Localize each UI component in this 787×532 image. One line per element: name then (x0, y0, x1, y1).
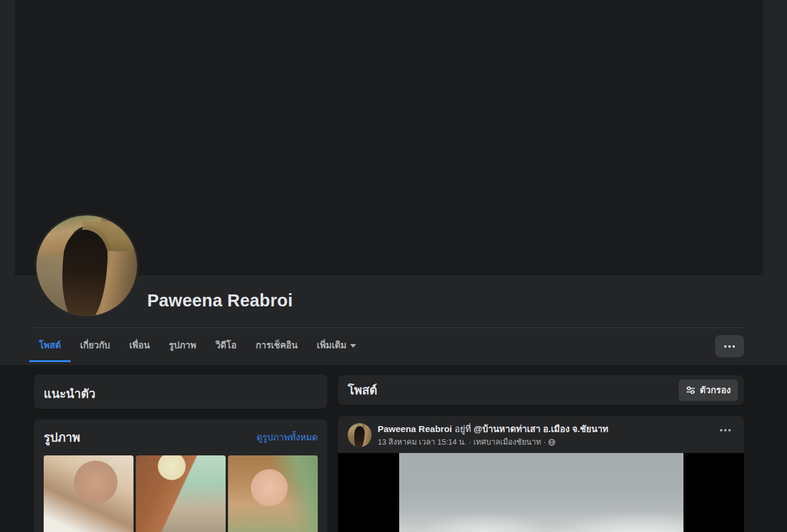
sliders-icon (686, 385, 695, 395)
post-media-container[interactable] (338, 453, 744, 532)
tab-photos[interactable]: รูปภาพ (159, 330, 206, 362)
profile-name: Paweena Reabroi (147, 291, 293, 311)
tab-videos[interactable]: วิดีโอ (206, 330, 246, 362)
profile-tab-bar: โพสต์ เกี่ยวกับ เพื่อน รูปภาพ วิดีโอ การ… (29, 330, 366, 362)
posts-title: โพสต์ (348, 381, 377, 400)
tab-friends[interactable]: เพื่อน (120, 330, 159, 362)
avatar-hair-detail (59, 228, 110, 316)
chevron-down-icon (350, 344, 356, 348)
facebook-profile-page: Paweena Reabroi โพสต์ เกี่ยวกับ เพื่อน ร… (0, 0, 787, 532)
globe-public-icon (548, 439, 555, 446)
tab-posts[interactable]: โพสต์ (29, 330, 71, 362)
tab-about[interactable]: เกี่ยวกับ (71, 330, 120, 362)
intro-title: แนะนำตัว (44, 384, 318, 403)
photos-card: รูปภาพ ดูรูปภาพทั้งหมด (34, 419, 327, 532)
photo-thumbnail[interactable] (44, 455, 133, 532)
posts-filter-card: โพสต์ ตัวกรอง (338, 375, 744, 405)
profile-more-options-button[interactable] (715, 335, 744, 357)
post-author-avatar[interactable] (348, 423, 372, 447)
post-timestamp[interactable]: 13 สิงหาคม เวลา 15:14 น. · เทศบาลเมืองชั… (378, 437, 546, 447)
filters-button[interactable]: ตัวกรอง (679, 379, 738, 401)
photos-title: รูปภาพ (44, 428, 80, 447)
ellipsis-icon (724, 345, 727, 348)
intro-card: แนะนำตัว (34, 375, 327, 409)
photo-thumbnail[interactable] (228, 455, 318, 532)
tab-divider (34, 327, 744, 328)
filters-button-label: ตัวกรอง (700, 383, 731, 397)
see-all-photos-link[interactable]: ดูรูปภาพทั้งหมด (257, 430, 318, 445)
profile-avatar[interactable] (37, 215, 137, 316)
post-header: Paweena Reabroi อยู่ที่ @บ้านหาดท่าเสา อ… (338, 416, 744, 453)
post-meta-line: 13 สิงหาคม เวลา 15:14 น. · เทศบาลเมืองชั… (378, 437, 716, 447)
post-more-options-button[interactable] (716, 423, 734, 437)
ellipsis-icon (720, 429, 722, 431)
photo-thumbnail[interactable] (136, 455, 226, 532)
photo-grid (44, 455, 318, 532)
post-author-name[interactable]: Paweena Reabroi (378, 424, 452, 434)
post-sky-photo (399, 453, 683, 532)
tab-more[interactable]: เพิ่มเติม (307, 330, 366, 362)
post-card: Paweena Reabroi อยู่ที่ @บ้านหาดท่าเสา อ… (338, 416, 744, 532)
post-location-link[interactable]: @บ้านหาดท่าเสา อ.เมือง จ.ชัยนาท (473, 424, 608, 434)
tab-checkins[interactable]: การเช็คอิน (246, 330, 307, 362)
post-connector-text: อยู่ที่ (454, 424, 471, 434)
cover-photo[interactable] (15, 0, 763, 275)
post-title-line: Paweena Reabroi อยู่ที่ @บ้านหาดท่าเสา อ… (378, 423, 716, 435)
